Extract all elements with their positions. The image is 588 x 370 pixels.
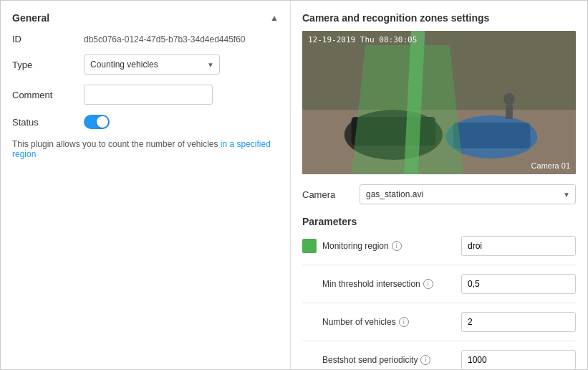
- divider-3: [302, 341, 576, 341]
- right-panel: Camera and recognition zones settings: [291, 1, 587, 369]
- svg-rect-9: [506, 105, 513, 119]
- camera-select[interactable]: gas_station.avi: [360, 184, 576, 204]
- type-select-wrapper: Counting vehicles ▼: [84, 54, 220, 75]
- comment-row: Comment: [12, 85, 279, 105]
- type-label: Type: [12, 60, 84, 70]
- comment-input[interactable]: [84, 85, 213, 105]
- plugin-desc-text: This plugin allows you to count the numb…: [12, 139, 218, 149]
- camera-timestamp: 12-19-2019 Thu 08:30:05: [308, 35, 417, 44]
- svg-marker-7: [352, 45, 464, 174]
- vehicles-input[interactable]: [461, 312, 576, 332]
- main-container: General ▲ ID db5c076a-0124-47d5-b7b3-34d…: [0, 0, 588, 370]
- threshold-spacer: [302, 277, 317, 291]
- status-row: Status: [12, 115, 279, 129]
- toggle-knob: [97, 116, 108, 128]
- section-title: General: [12, 12, 49, 24]
- section-header: General ▲: [12, 12, 279, 24]
- vehicles-label: Number of vehicles i: [322, 317, 461, 327]
- bestshot-info-icon[interactable]: i: [420, 355, 430, 365]
- vehicles-spacer: [302, 315, 317, 329]
- divider-2: [302, 303, 576, 303]
- param-row-vehicles: Number of vehicles i: [302, 312, 576, 332]
- status-label: Status: [12, 117, 84, 128]
- bestshot-input[interactable]: [461, 350, 576, 369]
- bestshot-label: Bestshot send periodicity i: [322, 355, 461, 365]
- plugin-description: This plugin allows you to count the numb…: [12, 139, 279, 159]
- vehicles-info-icon[interactable]: i: [399, 317, 409, 327]
- divider-1: [302, 265, 576, 265]
- threshold-label: Min threshold intersection i: [322, 279, 461, 289]
- monitoring-input[interactable]: [462, 237, 576, 255]
- monitoring-color-box: [302, 239, 317, 253]
- svg-point-8: [503, 93, 515, 105]
- svg-rect-5: [453, 123, 531, 148]
- monitoring-input-wrapper: ✕ ▼: [461, 236, 576, 256]
- param-row-bestshot: Bestshot send periodicity i: [302, 350, 576, 369]
- left-panel: General ▲ ID db5c076a-0124-47d5-b7b3-34d…: [1, 1, 291, 369]
- type-select[interactable]: Counting vehicles: [84, 54, 220, 75]
- params-title: Parameters: [302, 216, 576, 227]
- param-row-threshold: Min threshold intersection i: [302, 274, 576, 294]
- status-toggle-wrapper: [84, 115, 110, 129]
- status-toggle[interactable]: [84, 115, 110, 129]
- camera-label: Camera 01: [531, 161, 570, 170]
- camera-field-row: Camera gas_station.avi ▼: [302, 184, 576, 204]
- threshold-info-icon[interactable]: i: [423, 279, 433, 289]
- id-label: ID: [12, 34, 84, 44]
- camera-select-wrapper: gas_station.avi ▼: [360, 184, 576, 204]
- right-title: Camera and recognition zones settings: [302, 12, 576, 24]
- monitoring-label: Monitoring region i: [322, 241, 461, 251]
- param-row-monitoring: Monitoring region i ✕ ▼: [302, 236, 576, 256]
- camera-feed: 12-19-2019 Thu 08:30:05 Camera 01: [302, 31, 576, 174]
- chevron-up-icon[interactable]: ▲: [270, 13, 279, 23]
- threshold-input[interactable]: [461, 274, 576, 294]
- id-value: db5c076a-0124-47d5-b7b3-34d4ed445f60: [84, 34, 246, 44]
- bestshot-spacer: [302, 353, 317, 367]
- monitoring-info-icon[interactable]: i: [392, 241, 402, 251]
- camera-field-label: Camera: [302, 189, 360, 200]
- type-row: Type Counting vehicles ▼: [12, 54, 279, 75]
- id-row: ID db5c076a-0124-47d5-b7b3-34d4ed445f60: [12, 34, 279, 44]
- comment-label: Comment: [12, 90, 84, 100]
